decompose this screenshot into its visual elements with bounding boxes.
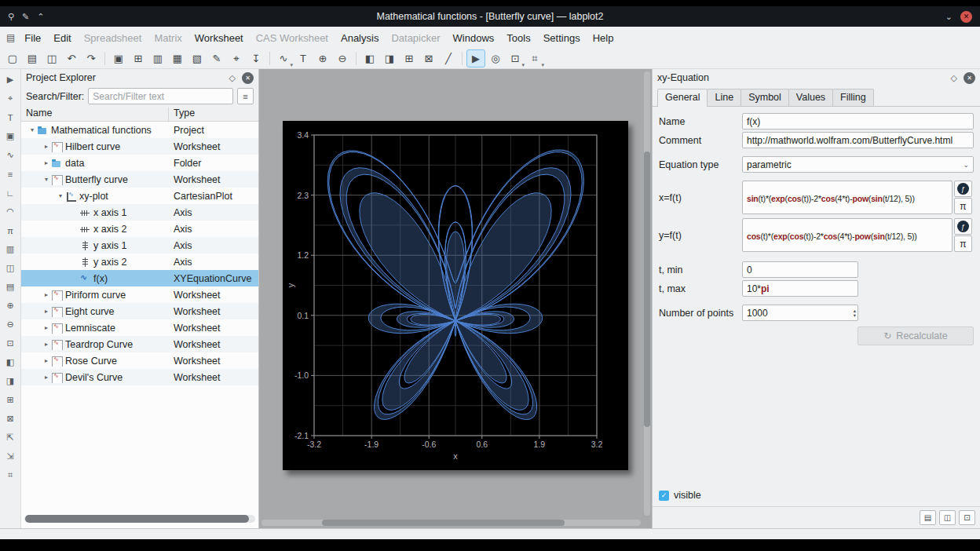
spinner-arrows-icon[interactable]: ▴▾ [854, 305, 856, 321]
recalculate-button[interactable]: ↻ Recalculate [858, 327, 974, 345]
zoom-out-tool-button[interactable]: ⊖ [2, 316, 19, 333]
boxplot-tool-button[interactable]: ◫ [2, 260, 19, 276]
points-input[interactable] [742, 305, 858, 321]
tree-row[interactable]: ▸ Lemniscate Worksheet [21, 319, 258, 336]
menu-windows[interactable]: Windows [447, 29, 501, 47]
tab-line[interactable]: Line [707, 89, 741, 106]
edit-icon[interactable]: ✎ [22, 12, 29, 22]
name-input[interactable] [742, 113, 974, 130]
expander-icon[interactable]: ▸ [42, 143, 51, 150]
expander-icon[interactable]: ▸ [42, 341, 51, 348]
insert-constant-button[interactable]: π [954, 198, 972, 214]
points-spinner[interactable]: ▴▾ [742, 305, 858, 321]
open-project-button[interactable]: ▤ [23, 49, 42, 68]
tmax-input[interactable]: 10*pi [742, 280, 858, 297]
horizontal-layout-tool-button[interactable]: ◨ [2, 373, 19, 389]
menu-tools[interactable]: Tools [500, 29, 536, 47]
zoom-out-button[interactable]: ⊖ [333, 49, 352, 68]
tree-row[interactable]: x axis 2 Axis [21, 221, 258, 237]
tree-row[interactable]: ▸ Eight curve Worksheet [21, 303, 258, 319]
undo-button[interactable]: ↶ [62, 49, 81, 68]
add-text-button[interactable]: T [294, 49, 313, 68]
filter-options-button[interactable]: ≡ [237, 88, 254, 104]
tab-values[interactable]: Values [788, 89, 833, 106]
worksheet-vscrollbar-thumb[interactable] [644, 151, 650, 427]
draw-line-button[interactable]: ╱ [439, 49, 458, 68]
menu-settings[interactable]: Settings [537, 29, 587, 47]
new-folder-button[interactable]: ▣ [109, 49, 128, 68]
tree-row[interactable]: ▸ Rose Curve Worksheet [21, 352, 258, 369]
align-top-tool-button[interactable]: ⇱ [2, 429, 19, 446]
import-data-button[interactable]: ↧ [247, 49, 265, 68]
menu-file[interactable]: File [18, 29, 47, 47]
explorer-hscrollbar-thumb[interactable] [25, 515, 249, 523]
pin-icon[interactable]: ⚲ [8, 12, 14, 22]
vertical-layout-tool-button[interactable]: ◧ [2, 354, 19, 370]
tree-row[interactable]: ▸ data Folder [21, 155, 258, 171]
tree-row[interactable]: ▾ xy-plot CartesianPlot [21, 188, 258, 204]
close-window-button[interactable]: ✕ [960, 11, 972, 23]
search-input[interactable] [88, 88, 233, 104]
tree-row[interactable]: ▸ Teardrop Curve Worksheet [21, 336, 258, 352]
select-mode-button[interactable]: ▶ [466, 49, 485, 68]
zoom-fit-tool-button[interactable]: ⊡ [2, 335, 19, 352]
tmin-input[interactable] [742, 261, 858, 278]
tree-row[interactable]: ▸ Devil's Curve Worksheet [21, 369, 258, 385]
align-bottom-tool-button[interactable]: ⇲ [2, 448, 19, 465]
visible-checkbox[interactable]: ✓ [659, 491, 669, 501]
menu-spreadsheet[interactable]: Spreadsheet [78, 29, 148, 47]
explorer-hscrollbar[interactable] [24, 515, 255, 523]
tab-symbol[interactable]: Symbol [740, 89, 789, 106]
expander-icon[interactable]: ▾ [27, 126, 37, 133]
menu-matrix[interactable]: Matrix [148, 29, 188, 47]
worksheet-hscrollbar-thumb[interactable] [322, 520, 565, 526]
close-panel-button[interactable]: ✕ [964, 72, 975, 84]
new-worksheet-button[interactable]: ▧ [188, 49, 207, 68]
expander-icon[interactable]: ▸ [42, 308, 51, 315]
new-datapicker-button[interactable]: ⌖ [227, 49, 246, 68]
insert-function-button[interactable]: ƒ [954, 218, 972, 235]
navigate-mode-button[interactable]: ◎ [486, 49, 505, 68]
comment-input[interactable] [742, 132, 974, 148]
zoom-in-tool-button[interactable]: ⊕ [2, 297, 19, 314]
histogram-tool-button[interactable]: ▥ [2, 241, 19, 257]
butterfly-plot[interactable]: -3.2-1.9-0.60.61.93.23.42.31.20.1-1.0-2.… [283, 121, 628, 470]
new-workbook-button[interactable]: ⊞ [129, 49, 148, 68]
float-panel-icon[interactable]: ◇ [229, 73, 236, 83]
worksheet-vscrollbar[interactable] [644, 71, 650, 516]
curve-tool-button[interactable]: ◠ [2, 203, 19, 220]
chevron-down-icon[interactable]: ⌄ [945, 12, 953, 22]
expander-icon[interactable]: ▸ [42, 357, 51, 364]
menu-help[interactable]: Help [587, 29, 620, 47]
menu-edit[interactable]: Edit [47, 29, 77, 47]
menu-datapicker[interactable]: Datapicker [385, 29, 446, 47]
break-layout-tool-button[interactable]: ⊠ [2, 411, 19, 427]
select-tool-button[interactable]: ▶ [2, 71, 19, 88]
text-tool-button[interactable]: T [2, 109, 19, 126]
zoom-in-button[interactable]: ⊕ [313, 49, 332, 68]
tree-row[interactable]: x axis 1 Axis [21, 204, 258, 221]
vertical-layout-button[interactable]: ◧ [360, 49, 379, 68]
grid-layout-tool-button[interactable]: ⊞ [2, 392, 19, 408]
tree-row[interactable]: y axis 2 Axis [21, 254, 258, 270]
equation-tool-button[interactable]: π [2, 222, 19, 239]
y-equation-input[interactable]: cos(t)*(exp(cos(t))-2*cos(4*t)-pow(sin(t… [742, 218, 953, 252]
legend-tool-button[interactable]: ≡ [2, 166, 19, 182]
grid-snap-tool-button[interactable]: ⌗ [2, 467, 19, 483]
load-template-button[interactable]: ▤ [920, 510, 936, 525]
column-header-type[interactable]: Type [169, 108, 258, 121]
new-plot-button[interactable]: ∿ [274, 49, 293, 68]
tree-row[interactable]: ▾ Butterfly curve Worksheet [21, 171, 258, 188]
horizontal-layout-button[interactable]: ◨ [380, 49, 399, 68]
expander-icon[interactable]: ▸ [42, 291, 51, 298]
break-layout-button[interactable]: ⊠ [419, 49, 438, 68]
tab-general[interactable]: General [657, 89, 708, 107]
save-template-button[interactable]: ◫ [939, 510, 956, 525]
expander-icon[interactable]: ▾ [56, 192, 65, 199]
magnification-button[interactable]: ⌗ [525, 49, 544, 68]
expander-icon[interactable]: ▸ [42, 374, 51, 381]
worksheet-hscrollbar[interactable] [261, 520, 641, 526]
menu-cas-worksheet[interactable]: CAS Worksheet [250, 29, 335, 47]
keep-above-icon[interactable]: ⌃ [37, 12, 44, 22]
tab-filling[interactable]: Filling [832, 89, 874, 106]
